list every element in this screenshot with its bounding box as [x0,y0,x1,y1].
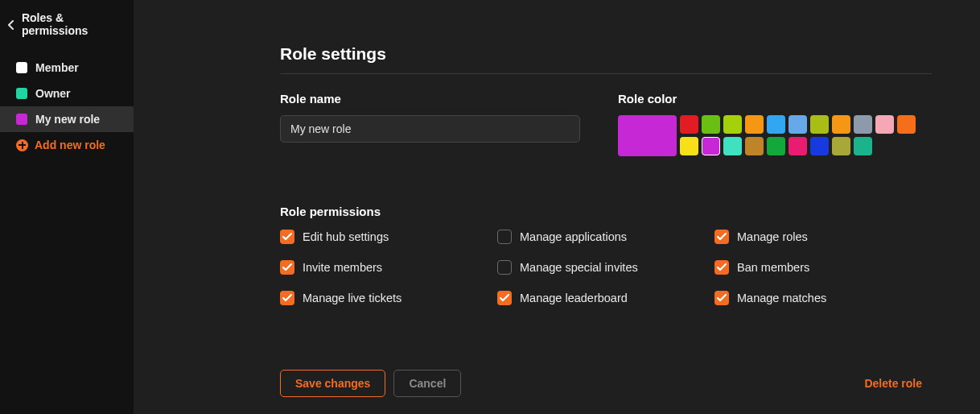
add-new-role-label: Add new role [35,139,105,151]
permission-label: Edit hub settings [303,230,389,243]
add-new-role-button[interactable]: Add new role [0,132,134,158]
permission-label: Manage leaderboard [520,292,628,304]
permission-label: Invite members [303,261,382,274]
main-panel: Role settings Role name Role color Role … [134,0,980,414]
color-swatch[interactable] [680,115,698,134]
color-swatch[interactable] [789,137,807,155]
plus-circle-icon [16,139,28,151]
color-swatch[interactable] [680,137,698,155]
role-color-dot [16,114,27,125]
role-color-dot [16,88,27,99]
sidebar: Roles & permissions MemberOwnerMy new ro… [0,0,134,414]
role-color-field: Role color [618,92,932,156]
role-label: Owner [35,87,71,100]
permission-label: Manage applications [520,230,627,243]
color-swatch[interactable] [702,137,720,155]
color-swatch[interactable] [745,137,764,155]
color-swatch[interactable] [789,115,807,134]
delete-role-link[interactable]: Delete role [864,377,922,390]
permission-item: Manage matches [714,291,932,305]
color-swatch[interactable] [767,115,785,134]
color-swatch[interactable] [745,115,764,134]
color-swatch-grid [680,115,916,156]
page-title: Role settings [280,44,932,74]
role-color-dot [16,62,27,73]
sidebar-role-item[interactable]: Member [0,55,134,81]
permission-checkbox[interactable] [280,291,294,305]
role-name-field: Role name [280,92,594,156]
color-swatch[interactable] [723,115,742,134]
role-label: Member [35,61,79,74]
permission-checkbox[interactable] [497,291,512,305]
color-swatch[interactable] [854,137,872,155]
color-swatch[interactable] [702,115,720,134]
permission-item: Manage leaderboard [497,291,714,305]
sidebar-role-item[interactable]: Owner [0,81,134,106]
color-swatch[interactable] [854,115,872,134]
save-button[interactable]: Save changes [280,370,385,397]
permission-checkbox[interactable] [714,291,729,305]
color-swatch[interactable] [810,137,829,155]
sidebar-header: Roles & permissions [0,11,134,55]
permission-checkbox[interactable] [497,260,512,275]
color-swatch[interactable] [723,137,742,155]
permissions-grid: Edit hub settingsManage applicationsMana… [280,230,932,305]
sidebar-title: Roles & permissions [22,11,121,37]
color-swatch[interactable] [897,115,916,134]
permission-item: Manage roles [714,230,932,244]
permission-checkbox[interactable] [714,260,729,275]
role-color-label: Role color [618,92,932,106]
role-name-label: Role name [280,92,594,106]
selected-color-preview [618,115,677,156]
permission-checkbox[interactable] [497,230,512,244]
permission-checkbox[interactable] [714,230,729,244]
sidebar-role-item[interactable]: My new role [0,106,134,132]
role-name-input[interactable] [280,115,580,143]
permission-label: Manage matches [737,292,826,304]
permission-checkbox[interactable] [280,260,294,275]
permission-label: Manage live tickets [303,292,401,304]
permission-item: Edit hub settings [280,230,497,244]
permission-item: Invite members [280,260,497,275]
form-row: Role name Role color [280,92,932,156]
permission-label: Ban members [737,261,809,274]
color-swatch[interactable] [767,137,785,155]
permission-item: Manage applications [497,230,714,244]
permission-item: Ban members [714,260,932,275]
role-label: My new role [35,113,100,126]
color-swatch[interactable] [810,115,829,134]
color-swatch[interactable] [832,137,850,155]
footer: Save changes Cancel Delete role [280,370,932,397]
permissions-label: Role permissions [280,205,932,218]
permission-item: Manage live tickets [280,291,497,305]
permission-label: Manage roles [737,230,808,243]
permission-checkbox[interactable] [280,230,294,244]
permission-item: Manage special invites [497,260,714,275]
chevron-left-icon[interactable] [8,20,15,28]
cancel-button[interactable]: Cancel [393,370,461,397]
color-swatch[interactable] [875,115,894,134]
color-swatch[interactable] [832,115,850,134]
permission-label: Manage special invites [520,261,638,274]
